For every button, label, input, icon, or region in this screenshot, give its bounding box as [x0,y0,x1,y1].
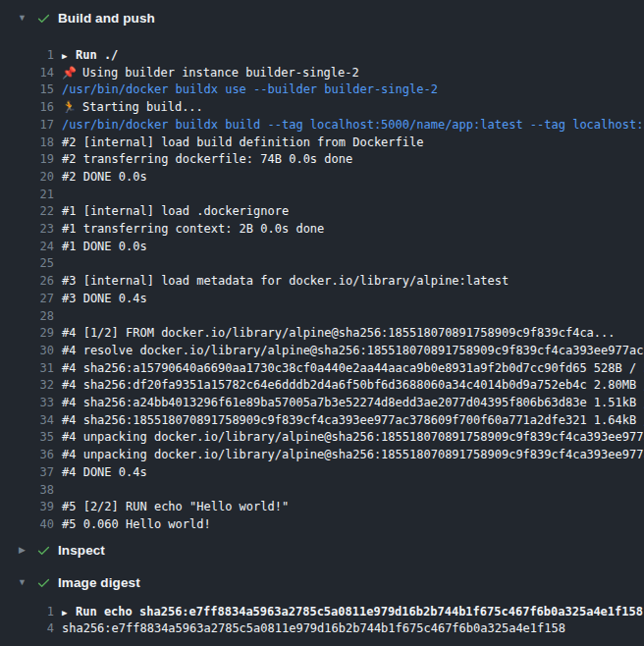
chevron-down-icon[interactable]: ▼ [16,578,28,587]
log-line-content: ▶Run ./ [62,47,118,65]
log-lines-image-digest: 1▶Run echo sha256:e7ff8834a5963a2785c5a0… [0,599,644,638]
log-line: 19#2 transferring dockerfile: 74B 0.0s d… [0,151,644,169]
line-number[interactable]: 27 [0,291,54,308]
line-number[interactable]: 33 [0,395,54,412]
log-line: 17/usr/bin/docker buildx build --tag loc… [0,117,644,135]
log-text: #3 [internal] load metadata for docker.i… [62,274,509,288]
log-text: #4 [1/2] FROM docker.io/library/alpine@s… [62,326,616,340]
line-number[interactable]: 19 [0,151,54,169]
section-header-image-digest[interactable]: ▼Image digest [0,566,644,599]
log-text: Starting build... [82,100,203,114]
log-line: 23#1 transferring context: 2B 0.0s done [0,221,644,239]
log-line: 16🏃Starting build... [0,99,644,117]
log-line: 37#4 DONE 0.4s [0,464,644,482]
chevron-down-icon[interactable]: ▼ [16,14,28,23]
section-title-build-and-push: Build and push [58,11,155,26]
run-toggle-icon[interactable]: ▶ [62,605,76,622]
line-number[interactable]: 17 [0,117,54,135]
line-number[interactable]: 32 [0,377,54,395]
log-line-content: 🏃Starting build... [62,99,203,117]
log-text: #5 0.060 Hello world! [62,517,211,531]
log-line: 1▶Run ./ [0,47,644,65]
log-line-content: /usr/bin/docker buildx build --tag local… [62,117,644,135]
log-text: #3 DONE 0.4s [62,292,147,305]
log-line-content: #5 [2/2] RUN echo "Hello world!" [62,499,289,516]
line-number[interactable]: 1 [0,47,54,65]
line-number[interactable]: 18 [0,135,54,152]
log-line-content: #4 sha256:a15790640a6690aa1730c38cf0a440… [62,360,644,378]
line-number[interactable]: 39 [0,499,54,516]
line-number[interactable]: 35 [0,429,54,447]
log-text: #5 [2/2] RUN echo "Hello world!" [62,500,289,513]
line-number[interactable]: 22 [0,203,54,221]
section-inspect: ▶Inspect [0,534,644,566]
log-line: 35#4 unpacking docker.io/library/alpine@… [0,429,644,447]
actions-log-viewer: ▼Build and push1▶Run ./14📌Using builder … [0,0,644,646]
line-number[interactable]: 21 [0,187,54,204]
log-line-content: #4 DONE 0.4s [62,464,147,482]
line-number[interactable]: 15 [0,81,54,99]
section-image-digest: ▼Image digest1▶Run echo sha256:e7ff8834a… [0,566,644,638]
log-line: 14📌Using builder instance builder-single… [0,65,644,82]
section-build-and-push: ▼Build and push1▶Run ./14📌Using builder … [0,0,644,534]
section-header-build-and-push[interactable]: ▼Build and push [0,0,644,35]
chevron-right-icon[interactable]: ▶ [16,546,28,555]
log-text: Run ./ [76,48,118,62]
line-number[interactable]: 28 [0,308,54,326]
log-line-content: sha256:e7ff8834a5963a2785c5a0811e979d16b… [62,620,565,638]
line-number[interactable]: 20 [0,169,54,187]
line-number[interactable]: 4 [0,620,54,638]
log-line: 32#4 sha256:df20fa9351a15782c64e6dddb2d4… [0,377,644,395]
log-line-content: #1 [internal] load .dockerignore [62,203,289,221]
line-number[interactable]: 34 [0,412,54,430]
line-number[interactable]: 23 [0,221,54,239]
log-line-content: #3 [internal] load metadata for docker.i… [62,273,509,291]
log-text: #2 transferring dockerfile: 74B 0.0s don… [62,152,352,166]
line-number[interactable]: 26 [0,273,54,291]
line-number[interactable]: 16 [0,99,54,117]
log-text: Using builder instance builder-single-2 [82,66,359,80]
line-number[interactable]: 36 [0,447,54,464]
log-line: 36#4 unpacking docker.io/library/alpine@… [0,447,644,464]
log-line: 33#4 sha256:a24bb4013296f61e89ba57005a7b… [0,395,644,412]
log-line-content: #2 [internal] load build definition from… [62,135,423,152]
log-line: 20#2 DONE 0.0s [0,169,644,187]
log-text: sha256:e7ff8834a5963a2785c5a0811e979d16b… [62,621,565,635]
line-number[interactable]: 24 [0,239,54,256]
line-number[interactable]: 31 [0,360,54,378]
log-text: #2 [internal] load build definition from… [62,135,423,149]
log-line-content: #1 transferring context: 2B 0.0s done [62,221,324,239]
log-text: #1 DONE 0.0s [62,240,147,253]
line-number[interactable]: 1 [0,604,54,621]
log-line: 24#1 DONE 0.0s [0,239,644,256]
log-text: #4 DONE 0.4s [62,465,147,479]
log-text: #4 sha256:185518070891758909c9f839cf4ca3… [62,413,644,427]
line-number[interactable]: 14 [0,65,54,82]
log-line: 30#4 resolve docker.io/library/alpine@sh… [0,343,644,360]
log-line-content: ▶Run echo sha256:e7ff8834a5963a2785c5a08… [62,604,643,621]
log-line-content: #2 transferring dockerfile: 74B 0.0s don… [62,151,352,169]
log-line: 18#2 [internal] load build definition fr… [0,135,644,152]
line-number[interactable]: 30 [0,343,54,360]
log-line: 38 [0,482,644,500]
log-line-content: 📌Using builder instance builder-single-2 [62,65,359,82]
line-number[interactable]: 38 [0,482,54,500]
log-line-content: /usr/bin/docker buildx use --builder bui… [62,81,438,99]
section-header-inspect[interactable]: ▶Inspect [0,534,644,566]
log-lines-build-and-push: 1▶Run ./14📌Using builder instance builde… [0,35,644,534]
log-line-content: #3 DONE 0.4s [62,291,147,308]
log-line: 22#1 [internal] load .dockerignore [0,203,644,221]
line-number[interactable]: 40 [0,516,54,534]
log-line: 21 [0,187,644,204]
section-title-image-digest: Image digest [58,575,140,590]
line-number[interactable]: 37 [0,464,54,482]
log-text: /usr/bin/docker buildx build --tag local… [62,118,644,132]
run-toggle-icon[interactable]: ▶ [62,48,76,66]
line-number[interactable]: 29 [0,325,54,343]
check-success-icon [36,575,51,590]
log-line-content: #2 DONE 0.0s [62,169,147,187]
line-number[interactable]: 25 [0,255,54,273]
log-text: #1 transferring context: 2B 0.0s done [62,222,324,236]
log-line: 28 [0,308,644,326]
log-text: #4 sha256:a24bb4013296f61e89ba57005a7b3e… [62,396,644,409]
